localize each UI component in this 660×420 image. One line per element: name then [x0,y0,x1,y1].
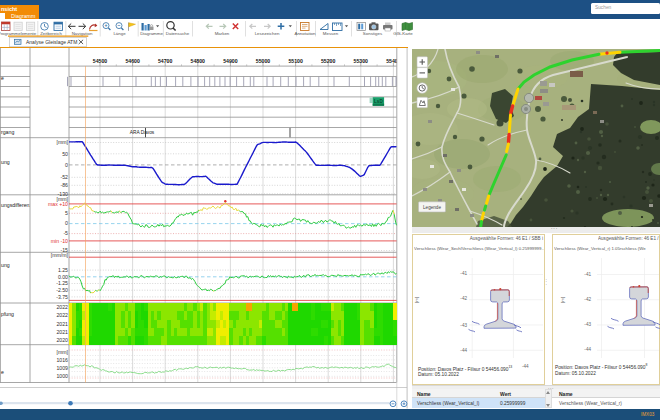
svg-text:[mm]: [mm] [56,348,68,354]
svg-text:Analyse Gleislage ATM: Analyse Gleislage ATM [26,39,77,45]
svg-text:rgang: rgang [1,128,14,134]
svg-text:1.25: 1.25 [58,266,68,272]
svg-text:−: − [118,22,121,28]
svg-text:-5: -5 [63,230,68,236]
svg-text:5: 5 [65,210,68,216]
svg-text:ung: ung [1,262,10,268]
svg-text:Legende: Legende [423,205,441,210]
svg-text:min -10: min -10 [51,237,68,243]
svg-text:GIS-Karte: GIS-Karte [393,31,413,36]
svg-text:max +10: max +10 [48,200,68,206]
svg-text:0: 0 [65,161,68,167]
svg-text:e: e [1,75,4,81]
svg-text:pfung: pfung [1,311,14,317]
svg-text:Programmelemente: Programmelemente [0,31,37,36]
svg-text:2020: 2020 [56,337,68,343]
svg-text:-1.25: -1.25 [56,280,68,286]
svg-text:2021: 2021 [56,320,68,326]
svg-text:ungsdifferenz: ungsdifferenz [1,202,32,208]
svg-text:-2.50: -2.50 [56,287,68,293]
svg-text:Navigation: Navigation [72,31,93,36]
svg-text:Datensuche: Datensuche [166,31,190,36]
svg-text:1000: 1000 [56,373,68,379]
svg-text:Sonstiges: Sonstiges [363,31,383,36]
svg-text:2021: 2021 [56,329,68,335]
svg-text:ARA Davos: ARA Davos [130,130,155,135]
svg-text:e: e [1,369,4,375]
svg-text:-86: -86 [61,182,69,188]
svg-text:0: 0 [65,220,68,226]
svg-text:+: + [105,22,108,28]
svg-text:[mm/m]: [mm/m] [51,252,69,258]
svg-text:Diagramme: Diagramme [140,31,163,36]
svg-text:Zeitbereich: Zeitbereich [40,31,62,36]
svg-text:Marken: Marken [215,31,230,36]
svg-text:0.00: 0.00 [58,273,68,279]
svg-text:1009: 1009 [56,364,68,370]
svg-text:Annotation: Annotation [295,31,317,36]
svg-text:Messen: Messen [323,31,339,36]
svg-text:Länge: Länge [113,31,126,36]
svg-text:50: 50 [62,150,68,156]
svg-text:2022: 2022 [56,304,68,310]
svg-text:Lesezeichen: Lesezeichen [255,31,280,36]
svg-text:ung: ung [1,159,10,165]
svg-text:1016: 1016 [56,356,68,362]
svg-text:[mm]: [mm] [56,139,68,145]
svg-text:LsD: LsD [374,98,383,103]
svg-text:2022: 2022 [56,312,68,318]
svg-text:-52: -52 [61,174,69,180]
svg-text:-3.75: -3.75 [56,293,68,299]
